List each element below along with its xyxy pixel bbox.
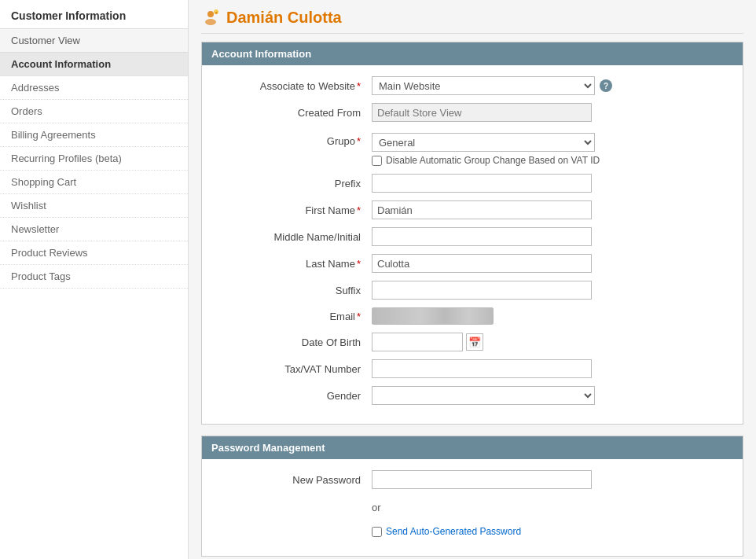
gender-row: Gender Male Female (215, 386, 730, 405)
or-text: or (372, 502, 381, 513)
middlename-input[interactable] (372, 227, 592, 246)
prefix-row: Prefix (215, 174, 730, 193)
firstname-input[interactable] (372, 200, 592, 219)
created-from-field (372, 103, 730, 122)
password-panel-header: Password Management (202, 436, 743, 459)
new-password-row: New Password (215, 470, 730, 489)
associate-website-select[interactable]: Main Website (372, 76, 595, 95)
sidebar-item-wishlist[interactable]: Wishlist (0, 194, 188, 218)
email-required: * (357, 311, 361, 322)
dob-label: Date Of Birth (215, 337, 372, 348)
new-password-label: New Password (215, 474, 372, 486)
sidebar-item-account-information[interactable]: Account Information (0, 53, 188, 76)
grupo-required: * (357, 135, 361, 147)
suffix-row: Suffix (215, 281, 730, 300)
grupo-field: General Wholesale Retailer NOT LOGGED IN… (372, 133, 600, 166)
grupo-row: Grupo* General Wholesale Retailer NOT LO… (215, 130, 730, 166)
gender-field: Male Female (372, 386, 730, 405)
lastname-required: * (357, 258, 361, 270)
dob-input[interactable] (372, 333, 463, 351)
email-field (372, 307, 730, 325)
sidebar-item-customer-view[interactable]: Customer View (0, 29, 188, 53)
auto-password-field: Send Auto-Generated Password (372, 526, 730, 537)
auto-pass-row: Send Auto-Generated Password (372, 526, 521, 537)
or-row: or (215, 497, 730, 518)
firstname-required: * (357, 204, 361, 216)
taxvat-row: Tax/VAT Number (215, 359, 730, 378)
taxvat-label: Tax/VAT Number (215, 363, 372, 375)
page-header: ★ Damián Culotta (201, 8, 743, 34)
prefix-input[interactable] (372, 174, 592, 193)
account-information-panel: Account Information Associate to Website… (201, 42, 743, 425)
required-indicator: * (357, 80, 361, 92)
auto-password-checkbox[interactable] (372, 527, 382, 537)
gender-select[interactable]: Male Female (372, 386, 595, 405)
prefix-field (372, 174, 730, 193)
firstname-field (372, 200, 730, 219)
lastname-row: Last Name* (215, 254, 730, 273)
created-from-label: Created From (215, 107, 372, 119)
suffix-input[interactable] (372, 281, 592, 300)
account-panel-header: Account Information (202, 42, 743, 65)
taxvat-input[interactable] (372, 359, 592, 378)
grupo-select[interactable]: General Wholesale Retailer NOT LOGGED IN (372, 133, 595, 152)
created-from-row: Created From (215, 103, 730, 122)
sidebar-title: Customer Information (0, 0, 188, 29)
password-panel: Password Management New Password or (201, 436, 743, 557)
gender-label: Gender (215, 390, 372, 402)
email-row: Email* (215, 307, 730, 325)
auto-password-row: Send Auto-Generated Password (215, 526, 730, 537)
sidebar: Customer Information Customer View Accou… (0, 0, 189, 559)
sidebar-item-shopping-cart[interactable]: Shopping Cart (0, 171, 188, 194)
associate-website-help-icon[interactable]: ? (600, 79, 612, 92)
new-password-input[interactable] (372, 470, 592, 489)
lastname-field (372, 254, 730, 273)
taxvat-field (372, 359, 730, 378)
vat-checkbox[interactable] (372, 156, 382, 166)
created-from-input[interactable] (372, 103, 592, 122)
associate-website-field: Main Website ? (372, 76, 730, 95)
grupo-label: Grupo* (215, 133, 372, 147)
vat-checkbox-label: Disable Automatic Group Change Based on … (386, 155, 600, 166)
dob-field: 📅 (372, 333, 730, 351)
main-content: ★ Damián Culotta Account Information Ass… (189, 0, 756, 559)
middlename-row: Middle Name/Initial (215, 227, 730, 246)
user-icon: ★ (201, 8, 220, 27)
dob-input-wrap: 📅 (372, 333, 483, 351)
sidebar-item-newsletter[interactable]: Newsletter (0, 218, 188, 241)
svg-point-0 (207, 11, 214, 17)
middlename-label: Middle Name/Initial (215, 231, 372, 243)
prefix-label: Prefix (215, 178, 372, 189)
middlename-field (372, 227, 730, 246)
or-field: or (372, 497, 730, 518)
account-panel-body: Associate to Website* Main Website ? Cre… (202, 65, 743, 424)
suffix-field (372, 281, 730, 300)
lastname-label: Last Name* (215, 258, 372, 270)
auto-password-label: Send Auto-Generated Password (386, 526, 521, 537)
calendar-button[interactable]: 📅 (466, 333, 483, 351)
password-panel-body: New Password or (202, 459, 743, 556)
email-label: Email* (215, 311, 372, 322)
firstname-row: First Name* (215, 200, 730, 219)
sidebar-item-billing-agreements[interactable]: Billing Agreements (0, 123, 188, 147)
associate-website-row: Associate to Website* Main Website ? (215, 76, 730, 95)
svg-point-1 (205, 19, 216, 25)
sidebar-item-addresses[interactable]: Addresses (0, 76, 188, 100)
associate-website-label: Associate to Website* (215, 80, 372, 92)
email-blurred-value (372, 307, 494, 325)
suffix-label: Suffix (215, 285, 372, 296)
sidebar-item-product-reviews[interactable]: Product Reviews (0, 241, 188, 265)
new-password-field (372, 470, 730, 489)
lastname-input[interactable] (372, 254, 592, 273)
dob-row: Date Of Birth 📅 (215, 333, 730, 351)
sidebar-item-recurring-profiles[interactable]: Recurring Profiles (beta) (0, 147, 188, 171)
firstname-label: First Name* (215, 204, 372, 216)
vat-checkbox-row: Disable Automatic Group Change Based on … (372, 155, 600, 166)
sidebar-item-orders[interactable]: Orders (0, 100, 188, 123)
sidebar-item-product-tags[interactable]: Product Tags (0, 265, 188, 289)
page-title: Damián Culotta (226, 9, 342, 27)
